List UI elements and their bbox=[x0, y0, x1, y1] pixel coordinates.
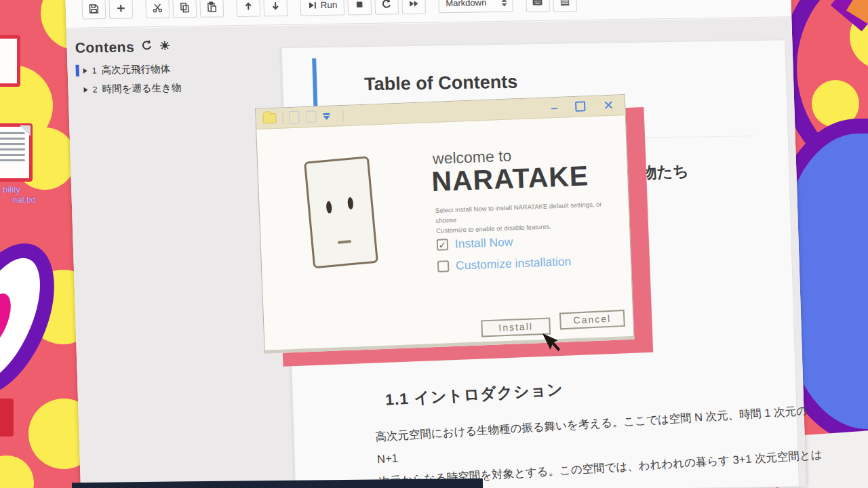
install-button[interactable]: Install bbox=[481, 318, 551, 338]
file-label-line: nal.txt bbox=[3, 195, 36, 205]
run-all-button[interactable] bbox=[401, 0, 426, 14]
body-paragraph: 高次元空間における生物種の振る舞いを考える。ここでは空間 N 次元、時間 1 次… bbox=[374, 399, 833, 488]
command-palette-button[interactable] bbox=[526, 0, 550, 12]
filter-icon bbox=[323, 113, 330, 119]
fast-forward-icon bbox=[408, 0, 420, 9]
toc-entry-fragment: 物たち bbox=[640, 160, 689, 184]
copy-cell-button[interactable] bbox=[172, 0, 197, 18]
mascot-mouth bbox=[338, 240, 351, 244]
customize-option[interactable]: Customize installation bbox=[437, 254, 572, 274]
wallpaper-dot bbox=[0, 455, 34, 488]
caret-right-icon[interactable] bbox=[83, 68, 87, 73]
page-title: Table of Contents bbox=[364, 72, 518, 96]
naratake-mascot bbox=[304, 156, 378, 268]
wallpaper-fragment bbox=[0, 399, 14, 436]
document-icon bbox=[289, 111, 300, 125]
restart-kernel-button[interactable] bbox=[374, 0, 399, 14]
grid-icon bbox=[559, 0, 570, 7]
active-item-indicator bbox=[75, 65, 79, 77]
file-text-lines bbox=[0, 132, 25, 165]
app-name: NARATAKE bbox=[431, 160, 589, 198]
install-now-option[interactable]: ✓ Install Now bbox=[437, 235, 513, 252]
interrupt-kernel-button[interactable] bbox=[347, 0, 372, 15]
minimize-button[interactable]: – bbox=[551, 104, 557, 110]
restart-icon bbox=[380, 0, 393, 10]
folder-icon bbox=[262, 113, 277, 124]
maximize-button[interactable] bbox=[575, 101, 586, 112]
file-label: bility nal.txt bbox=[3, 184, 36, 205]
toc-item-1[interactable]: 1 高次元飛行物体 bbox=[83, 61, 272, 77]
file-label-line: bility bbox=[3, 184, 36, 195]
keyboard-icon bbox=[532, 0, 544, 7]
run-button-label: Run bbox=[320, 0, 337, 10]
desktop-file-icon[interactable] bbox=[0, 35, 20, 87]
cancel-button[interactable]: Cancel bbox=[559, 310, 625, 330]
cell-type-select[interactable]: Markdown bbox=[438, 0, 513, 13]
document-icon bbox=[306, 111, 317, 123]
paste-icon bbox=[205, 1, 218, 12]
toc-item-number: 1 bbox=[92, 66, 96, 75]
arrow-down-icon bbox=[269, 0, 281, 12]
install-now-label: Install Now bbox=[455, 235, 513, 251]
paste-cell-button[interactable] bbox=[199, 0, 224, 17]
mascot-eye bbox=[326, 201, 332, 214]
save-icon bbox=[88, 3, 100, 14]
run-cell-button[interactable]: Run bbox=[300, 0, 344, 16]
cell-type-value: Markdown bbox=[446, 0, 486, 8]
save-button[interactable] bbox=[81, 0, 106, 19]
dialog-body: welcome to NARATAKE Select Install Now t… bbox=[256, 115, 633, 350]
install-now-checkbox[interactable]: ✓ bbox=[437, 239, 449, 251]
move-cell-down-button[interactable] bbox=[263, 0, 288, 16]
screen: bility nal.txt Trusted bbox=[0, 0, 868, 488]
desktop-file-icon[interactable] bbox=[0, 123, 33, 182]
scissors-icon bbox=[152, 2, 164, 14]
toc-item-2[interactable]: 2 時間を遡る生き物 bbox=[83, 80, 273, 96]
close-button[interactable]: ✕ bbox=[603, 98, 614, 114]
divider bbox=[282, 113, 283, 123]
caret-right-icon[interactable] bbox=[83, 87, 87, 92]
copy-icon bbox=[179, 1, 191, 13]
toc-item-label[interactable]: 時間を遡る生き物 bbox=[102, 81, 182, 96]
cut-cell-button[interactable] bbox=[145, 0, 170, 18]
customize-label: Customize installation bbox=[456, 254, 572, 273]
refresh-icon[interactable] bbox=[140, 39, 153, 54]
dialog-description: Select Install Now to install NARATAKE d… bbox=[435, 198, 621, 235]
installer-dialog: – ✕ welcome to NARATAKE Select Install N… bbox=[255, 94, 634, 354]
run-icon bbox=[307, 0, 317, 10]
customize-checkbox[interactable] bbox=[437, 260, 450, 272]
settings-gear-icon[interactable] bbox=[159, 39, 171, 54]
toc-sidebar: Contens 1 高次元飛行物体 2 時間を遡る生き物 bbox=[75, 37, 273, 102]
sidebar-title: Contens bbox=[75, 39, 134, 56]
divider bbox=[342, 110, 344, 121]
toc-item-label[interactable]: 高次元飛行物体 bbox=[101, 63, 170, 77]
move-cell-up-button[interactable] bbox=[236, 0, 260, 17]
plus-icon bbox=[115, 3, 127, 14]
stop-icon bbox=[354, 0, 364, 9]
mascot-eye bbox=[347, 197, 354, 210]
select-arrows-icon bbox=[501, 0, 507, 6]
toc-item-number: 2 bbox=[92, 85, 97, 94]
arrow-up-icon bbox=[242, 1, 254, 12]
add-cell-button[interactable] bbox=[108, 0, 133, 18]
cell-toolbar-button[interactable] bbox=[553, 0, 577, 12]
subsection-heading: 1.1 イントロダクション bbox=[384, 379, 564, 411]
